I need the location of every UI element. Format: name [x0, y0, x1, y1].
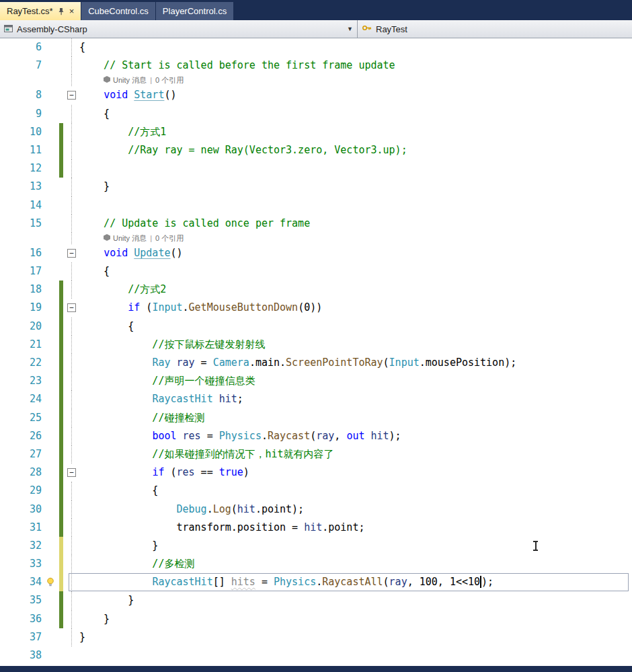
codelens-unity-messages-link[interactable]: Unity 消息: [113, 234, 147, 242]
code-line-12[interactable]: 12: [0, 159, 632, 178]
code-token: .: [207, 503, 213, 515]
code-token: {: [79, 41, 85, 53]
code-line-24[interactable]: 24 RaycastHit hit;: [0, 390, 632, 408]
code-line-19[interactable]: 19− if (Input.GetMouseButtonDown(0)): [0, 299, 632, 317]
code-line-27[interactable]: 27 //如果碰撞到的情况下，hit就有内容了: [0, 445, 632, 463]
code-line-15[interactable]: 15 // Update is called once per frame: [0, 215, 632, 233]
code-line-6[interactable]: 6{: [0, 38, 632, 57]
tab-raytest-cs[interactable]: RayTest.cs*×: [0, 2, 81, 20]
collapse-box-icon[interactable]: −: [67, 468, 76, 477]
code-line-13[interactable]: 13 }: [0, 178, 632, 196]
code-line-8[interactable]: 8− void Start(): [0, 86, 632, 104]
code-line-30[interactable]: 30 Debug.Log(hit.point);: [0, 500, 632, 519]
code-text[interactable]: [79, 646, 632, 665]
code-text[interactable]: {: [79, 482, 632, 500]
code-text[interactable]: bool res = Physics.Raycast(ray, out hit)…: [79, 427, 632, 445]
code-line-28[interactable]: 28− if (res == true): [0, 463, 632, 482]
code-text[interactable]: }: [79, 178, 632, 196]
code-token: [79, 89, 104, 101]
lightbulb-icon[interactable]: [44, 573, 59, 591]
code-text[interactable]: }: [79, 591, 632, 609]
code-line-22[interactable]: 22 Ray ray = Camera.main.ScreenPointToRa…: [0, 354, 632, 372]
code-text[interactable]: // Start is called before the first fram…: [79, 57, 632, 75]
code-line-20[interactable]: 20 {: [0, 318, 632, 336]
code-line-35[interactable]: 35 }: [0, 591, 632, 609]
pin-icon[interactable]: [58, 7, 65, 15]
code-text[interactable]: Ray ray = Camera.main.ScreenPointToRay(I…: [79, 354, 632, 372]
code-text[interactable]: void Update(): [79, 244, 632, 262]
code-text[interactable]: {: [79, 38, 632, 57]
code-text[interactable]: {: [79, 105, 632, 123]
code-text[interactable]: if (res == true): [79, 463, 632, 482]
codelens-references-link[interactable]: 0 个引用: [155, 76, 184, 84]
code-text[interactable]: [79, 196, 632, 215]
code-text[interactable]: RaycastHit hit;: [79, 390, 632, 408]
code-token: ==: [195, 466, 219, 478]
code-line-10[interactable]: 10 //方式1: [0, 123, 632, 141]
member-dropdown[interactable]: RayTest: [358, 20, 632, 38]
code-line-31[interactable]: 31 transform.position = hit.point;: [0, 519, 632, 537]
code-text[interactable]: //如果碰撞到的情况下，hit就有内容了: [79, 445, 632, 463]
tab-playercontrol-cs[interactable]: PlayerControl.cs: [156, 2, 233, 20]
code-text[interactable]: RaycastHit[] hits = Physics.RaycastAll(r…: [79, 573, 632, 591]
code-line-34[interactable]: 34 RaycastHit[] hits = Physics.RaycastAl…: [0, 573, 632, 591]
code-line-25[interactable]: 25 //碰撞检测: [0, 409, 632, 427]
code-token: //声明一个碰撞信息类: [79, 375, 255, 387]
code-editor[interactable]: 6{7 // Start is called before the first …: [0, 38, 632, 666]
code-line-18[interactable]: 18 //方式2: [0, 281, 632, 299]
codelens-row[interactable]: Unity 消息|0 个引用: [0, 75, 632, 86]
code-line-37[interactable]: 37}: [0, 628, 632, 646]
code-text[interactable]: void Start(): [79, 86, 632, 104]
close-icon[interactable]: ×: [69, 7, 75, 15]
code-text[interactable]: transform.position = hit.point;: [79, 519, 632, 537]
code-text[interactable]: //按下鼠标左键发射射线: [79, 336, 632, 354]
code-line-16[interactable]: 16− void Update(): [0, 244, 632, 262]
code-text[interactable]: }: [79, 537, 632, 555]
code-line-9[interactable]: 9 {: [0, 105, 632, 123]
code-text[interactable]: Debug.Log(hit.point);: [79, 500, 632, 519]
code-line-17[interactable]: 17 {: [0, 262, 632, 281]
codelens-references-link[interactable]: 0 个引用: [155, 234, 184, 242]
code-line-23[interactable]: 23 //声明一个碰撞信息类: [0, 372, 632, 390]
code-text[interactable]: //多检测: [79, 555, 632, 573]
outlining-margin: [66, 233, 79, 244]
outlining-margin: [66, 141, 79, 159]
code-text[interactable]: }: [79, 610, 632, 628]
code-text[interactable]: //方式2: [79, 281, 632, 299]
code-line-33[interactable]: 33 //多检测: [0, 555, 632, 573]
code-token: [79, 247, 104, 259]
code-text[interactable]: //方式1: [79, 123, 632, 141]
code-text[interactable]: [79, 159, 632, 178]
code-line-38[interactable]: 38: [0, 646, 632, 665]
code-line-14[interactable]: 14: [0, 196, 632, 215]
outlining-margin: [66, 537, 79, 555]
code-text[interactable]: }: [79, 628, 632, 646]
tab-cubecontrol-cs[interactable]: CubeControl.cs: [81, 2, 155, 20]
code-text[interactable]: if (Input.GetMouseButtonDown(0)): [79, 299, 632, 317]
code-text[interactable]: {: [79, 318, 632, 336]
code-text[interactable]: //Ray ray = new Ray(Vector3.zero, Vector…: [79, 141, 632, 159]
code-text[interactable]: //声明一个碰撞信息类: [79, 372, 632, 390]
code-text[interactable]: {: [79, 262, 632, 281]
code-token: Input: [152, 301, 182, 313]
code-line-11[interactable]: 11 //Ray ray = new Ray(Vector3.zero, Vec…: [0, 141, 632, 159]
code-line-26[interactable]: 26 bool res = Physics.Raycast(ray, out h…: [0, 427, 632, 445]
codelens-text[interactable]: Unity 消息|0 个引用: [79, 233, 632, 244]
code-text[interactable]: //碰撞检测: [79, 409, 632, 427]
code-line-36[interactable]: 36 }: [0, 610, 632, 628]
indicator-margin: [44, 390, 59, 408]
codelens-row[interactable]: Unity 消息|0 个引用: [0, 233, 632, 244]
code-line-7[interactable]: 7 // Start is called before the first fr…: [0, 57, 632, 75]
code-text[interactable]: // Update is called once per frame: [79, 215, 632, 233]
collapse-box-icon[interactable]: −: [67, 303, 76, 312]
codelens-unity-messages-link[interactable]: Unity 消息: [113, 76, 147, 84]
project-dropdown[interactable]: Assembly-CSharp ▼: [0, 20, 358, 38]
track-changes-margin: [59, 427, 66, 445]
collapse-box-icon[interactable]: −: [67, 91, 76, 100]
indicator-margin: [44, 610, 59, 628]
code-line-21[interactable]: 21 //按下鼠标左键发射射线: [0, 336, 632, 354]
indicator-margin: [44, 244, 59, 262]
code-line-29[interactable]: 29 {: [0, 482, 632, 500]
collapse-box-icon[interactable]: −: [67, 249, 76, 258]
codelens-text[interactable]: Unity 消息|0 个引用: [79, 75, 632, 86]
